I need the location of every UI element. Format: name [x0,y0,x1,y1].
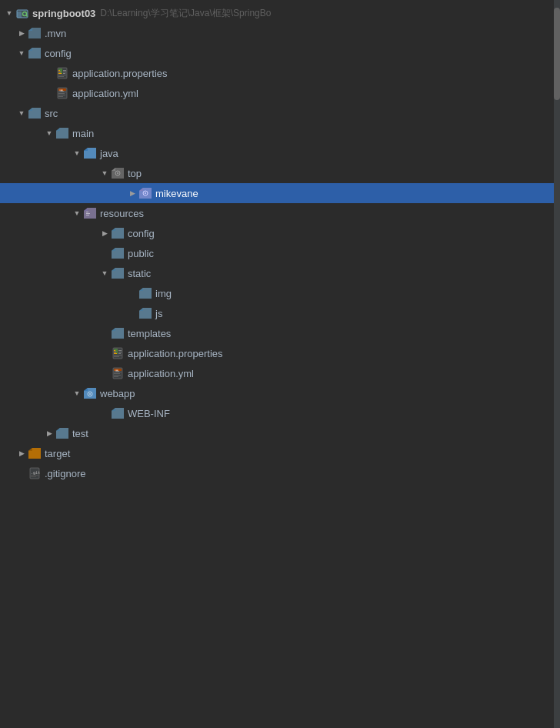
scrollbar-thumb[interactable] [554,8,560,100]
svg-rect-32 [114,352,116,352]
svg-rect-19 [58,93,65,94]
label-mvn: .mvn [45,28,66,39]
arrow-main[interactable] [43,127,55,139]
tree-item-main[interactable]: main [0,123,560,143]
tree-item-java[interactable]: java [0,143,560,163]
icon-java [83,147,97,159]
icon-app-yml1: YML [55,87,69,99]
label-gitignore: .gitignore [45,468,85,479]
tree-item-img[interactable]: img [0,283,560,303]
svg-rect-12 [63,73,65,74]
icon-js [138,307,152,319]
label-java: java [100,148,118,159]
tree-item-js[interactable]: js [0,303,560,323]
svg-rect-37 [114,355,122,356]
tree-item-test[interactable]: test [0,423,560,443]
tree-item-target[interactable]: target [0,443,560,463]
arrow-top[interactable] [98,167,111,179]
arrow-java[interactable] [71,147,83,159]
icon-main [55,127,69,139]
tree-item-webinf[interactable]: WEB-INF [0,403,560,423]
tree-item-app-yml2[interactable]: YML application.yml [0,363,560,383]
arrow-webapp[interactable] [71,387,83,399]
icon-mikevane [138,187,152,199]
tree-item-templates[interactable]: templates [0,323,560,343]
arrow-config-root[interactable] [15,47,28,59]
svg-rect-30 [114,349,118,354]
tree-item-res-config[interactable]: config [0,223,560,243]
svg-rect-18 [58,92,66,92]
tree-item-config-root[interactable]: config [0,43,560,63]
label-test: test [72,428,88,439]
tree-item-public[interactable]: public [0,243,560,263]
label-static: static [128,268,151,279]
label-resources: resources [100,208,144,219]
svg-rect-21 [58,96,63,97]
svg-point-47 [89,393,91,395]
svg-rect-8 [58,72,61,72]
tree-item-webapp[interactable]: webapp [0,383,560,403]
label-webinf: WEB-INF [128,408,170,419]
svg-rect-9 [58,73,62,74]
arrow-springboot03[interactable] [3,7,15,19]
icon-gitignore: .git [28,467,42,479]
icon-app-yml2: YML [111,367,125,379]
arrow-target[interactable] [15,447,28,459]
tree-item-static[interactable]: static [0,263,560,283]
label-mikevane: mikevane [155,188,198,199]
svg-rect-7 [58,70,60,71]
svg-rect-35 [118,352,122,352]
tree-item-app-prop1[interactable]: application.properties [0,63,560,83]
label-webapp: webapp [100,388,135,399]
tree-item-app-yml1[interactable]: YML application.yml [0,83,560,103]
arrow-res-config[interactable] [98,227,111,239]
label-top: top [128,168,142,179]
svg-rect-38 [114,356,119,357]
icon-top [111,167,125,179]
svg-point-23 [117,172,118,174]
icon-test [55,427,69,439]
arrow-mikevane[interactable] [126,187,138,199]
arrow-resources[interactable] [71,207,83,219]
tree-item-springboot03[interactable]: springboot03 D:\Learning\学习笔记\Java\框架\Sp… [0,3,560,23]
label-app-yml2: application.yml [128,368,194,379]
arrow-static[interactable] [98,267,111,279]
arrow-src[interactable] [15,107,28,119]
file-tree: springboot03 D:\Learning\学习笔记\Java\框架\Sp… [0,0,560,486]
svg-rect-43 [114,373,120,374]
svg-rect-6 [58,68,62,74]
arrow-mvn[interactable] [15,27,28,39]
tree-item-mvn[interactable]: .mvn [0,23,560,43]
tree-item-app-prop2[interactable]: application.properties [0,343,560,363]
svg-rect-51 [31,476,36,477]
svg-rect-2 [17,12,22,18]
svg-rect-45 [114,376,118,377]
svg-rect-13 [58,75,66,75]
icon-config-root [28,47,42,59]
svg-rect-28 [86,215,89,215]
arrow-test[interactable] [43,427,55,439]
icon-resources [83,207,97,219]
svg-rect-10 [63,70,66,71]
icon-static [111,267,125,279]
tree-item-mikevane[interactable]: mikevane [0,183,560,203]
scrollbar[interactable] [554,0,560,728]
svg-rect-31 [114,350,115,351]
icon-webinf [111,407,125,419]
label-app-prop1: application.properties [72,68,168,79]
icon-app-prop2 [111,347,125,359]
label-app-yml1: application.yml [72,88,138,99]
label-public: public [128,248,154,259]
label-app-prop2: application.properties [128,348,223,359]
icon-mvn [28,27,42,39]
tree-item-src[interactable]: src [0,103,560,123]
svg-rect-11 [63,72,66,72]
tree-item-resources[interactable]: resources [0,203,560,223]
tree-item-gitignore[interactable]: .git .gitignore [0,463,560,483]
svg-rect-14 [58,76,64,77]
icon-app-prop1 [55,67,69,79]
label-res-config: config [128,228,155,239]
icon-res-config [111,227,125,239]
tree-item-top[interactable]: top [0,163,560,183]
svg-rect-33 [114,353,117,354]
